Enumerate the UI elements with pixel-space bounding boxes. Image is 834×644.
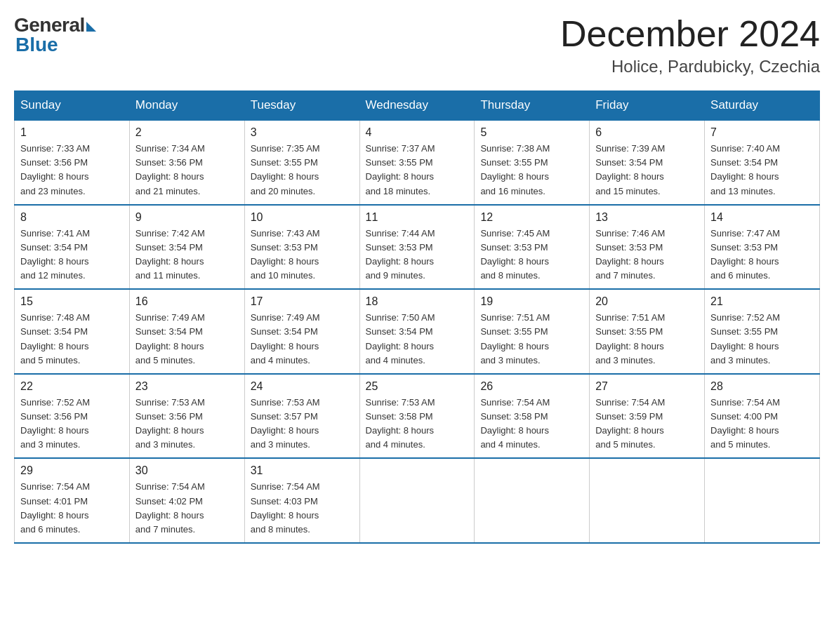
col-sunday: Sunday [15,91,130,121]
day-number: 4 [366,126,469,139]
day-info: Sunrise: 7:42 AM Sunset: 3:54 PM Dayligh… [135,227,239,283]
table-row: 23 Sunrise: 7:53 AM Sunset: 3:56 PM Dayl… [129,374,244,459]
day-info: Sunrise: 7:33 AM Sunset: 3:56 PM Dayligh… [20,142,124,199]
day-number: 9 [135,211,239,224]
table-row: 4 Sunrise: 7:37 AM Sunset: 3:55 PM Dayli… [359,120,475,205]
day-info: Sunrise: 7:54 AM Sunset: 3:58 PM Dayligh… [480,396,583,452]
day-info: Sunrise: 7:44 AM Sunset: 3:53 PM Dayligh… [366,227,469,283]
day-info: Sunrise: 7:53 AM Sunset: 3:58 PM Dayligh… [366,396,469,452]
day-number: 2 [135,126,239,139]
day-number: 15 [20,295,124,308]
month-title: December 2024 [560,14,820,54]
col-friday: Friday [590,91,705,121]
day-info: Sunrise: 7:43 AM Sunset: 3:53 PM Dayligh… [251,227,354,283]
col-wednesday: Wednesday [359,91,475,121]
day-info: Sunrise: 7:37 AM Sunset: 3:55 PM Dayligh… [366,142,469,199]
table-row: 7 Sunrise: 7:40 AM Sunset: 3:54 PM Dayli… [705,120,820,205]
table-row: 20 Sunrise: 7:51 AM Sunset: 3:55 PM Dayl… [590,289,705,374]
day-info: Sunrise: 7:52 AM Sunset: 3:55 PM Dayligh… [710,311,814,368]
table-row: 25 Sunrise: 7:53 AM Sunset: 3:58 PM Dayl… [359,374,475,459]
day-number: 29 [20,464,124,477]
table-row: 28 Sunrise: 7:54 AM Sunset: 4:00 PM Dayl… [705,374,820,459]
day-number: 5 [480,126,583,139]
col-thursday: Thursday [475,91,590,121]
day-number: 23 [135,380,239,393]
day-info: Sunrise: 7:39 AM Sunset: 3:54 PM Dayligh… [595,142,699,199]
table-row: 24 Sunrise: 7:53 AM Sunset: 3:57 PM Dayl… [244,374,359,459]
table-row [705,458,820,543]
table-row: 1 Sunrise: 7:33 AM Sunset: 3:56 PM Dayli… [15,120,130,205]
day-number: 31 [251,464,354,477]
table-row: 18 Sunrise: 7:50 AM Sunset: 3:54 PM Dayl… [359,289,475,374]
col-tuesday: Tuesday [244,91,359,121]
day-number: 17 [251,295,354,308]
calendar-week-3: 15 Sunrise: 7:48 AM Sunset: 3:54 PM Dayl… [15,289,820,374]
day-number: 21 [710,295,814,308]
day-info: Sunrise: 7:53 AM Sunset: 3:56 PM Dayligh… [135,396,239,452]
logo: General Blue [14,14,96,56]
day-number: 25 [366,380,469,393]
table-row: 6 Sunrise: 7:39 AM Sunset: 3:54 PM Dayli… [590,120,705,205]
logo-arrow-icon [86,22,96,32]
table-row [475,458,590,543]
day-number: 13 [595,211,699,224]
day-info: Sunrise: 7:54 AM Sunset: 3:59 PM Dayligh… [595,396,699,452]
day-info: Sunrise: 7:48 AM Sunset: 3:54 PM Dayligh… [20,311,124,368]
day-info: Sunrise: 7:54 AM Sunset: 4:00 PM Dayligh… [710,396,814,452]
day-number: 22 [20,380,124,393]
calendar-week-1: 1 Sunrise: 7:33 AM Sunset: 3:56 PM Dayli… [15,120,820,205]
day-number: 6 [595,126,699,139]
col-saturday: Saturday [705,91,820,121]
day-number: 18 [366,295,469,308]
day-number: 8 [20,211,124,224]
col-monday: Monday [129,91,244,121]
day-info: Sunrise: 7:34 AM Sunset: 3:56 PM Dayligh… [135,142,239,199]
table-row: 2 Sunrise: 7:34 AM Sunset: 3:56 PM Dayli… [129,120,244,205]
day-info: Sunrise: 7:50 AM Sunset: 3:54 PM Dayligh… [366,311,469,368]
page-header: General Blue December 2024 Holice, Pardu… [14,14,820,76]
day-number: 1 [20,126,124,139]
day-number: 12 [480,211,583,224]
day-info: Sunrise: 7:41 AM Sunset: 3:54 PM Dayligh… [20,227,124,283]
day-info: Sunrise: 7:54 AM Sunset: 4:02 PM Dayligh… [135,480,239,537]
table-row: 5 Sunrise: 7:38 AM Sunset: 3:55 PM Dayli… [475,120,590,205]
day-info: Sunrise: 7:40 AM Sunset: 3:54 PM Dayligh… [710,142,814,199]
day-number: 30 [135,464,239,477]
day-info: Sunrise: 7:53 AM Sunset: 3:57 PM Dayligh… [251,396,354,452]
table-row: 3 Sunrise: 7:35 AM Sunset: 3:55 PM Dayli… [244,120,359,205]
day-number: 11 [366,211,469,224]
table-row: 22 Sunrise: 7:52 AM Sunset: 3:56 PM Dayl… [15,374,130,459]
table-row: 15 Sunrise: 7:48 AM Sunset: 3:54 PM Dayl… [15,289,130,374]
logo-blue-text: Blue [14,34,58,56]
day-number: 16 [135,295,239,308]
table-row: 9 Sunrise: 7:42 AM Sunset: 3:54 PM Dayli… [129,205,244,290]
day-info: Sunrise: 7:49 AM Sunset: 3:54 PM Dayligh… [251,311,354,368]
table-row: 17 Sunrise: 7:49 AM Sunset: 3:54 PM Dayl… [244,289,359,374]
day-info: Sunrise: 7:51 AM Sunset: 3:55 PM Dayligh… [595,311,699,368]
table-row: 13 Sunrise: 7:46 AM Sunset: 3:53 PM Dayl… [590,205,705,290]
location-subtitle: Holice, Pardubicky, Czechia [560,57,820,76]
day-info: Sunrise: 7:51 AM Sunset: 3:55 PM Dayligh… [480,311,583,368]
table-row: 10 Sunrise: 7:43 AM Sunset: 3:53 PM Dayl… [244,205,359,290]
day-number: 10 [251,211,354,224]
table-row: 21 Sunrise: 7:52 AM Sunset: 3:55 PM Dayl… [705,289,820,374]
day-info: Sunrise: 7:47 AM Sunset: 3:53 PM Dayligh… [710,227,814,283]
day-info: Sunrise: 7:54 AM Sunset: 4:03 PM Dayligh… [251,480,354,537]
table-row: 26 Sunrise: 7:54 AM Sunset: 3:58 PM Dayl… [475,374,590,459]
calendar-header-row: Sunday Monday Tuesday Wednesday Thursday… [15,91,820,121]
table-row: 14 Sunrise: 7:47 AM Sunset: 3:53 PM Dayl… [705,205,820,290]
day-info: Sunrise: 7:46 AM Sunset: 3:53 PM Dayligh… [595,227,699,283]
day-number: 24 [251,380,354,393]
day-number: 27 [595,380,699,393]
day-number: 20 [595,295,699,308]
table-row: 30 Sunrise: 7:54 AM Sunset: 4:02 PM Dayl… [129,458,244,543]
day-number: 28 [710,380,814,393]
table-row [590,458,705,543]
table-row: 27 Sunrise: 7:54 AM Sunset: 3:59 PM Dayl… [590,374,705,459]
day-info: Sunrise: 7:52 AM Sunset: 3:56 PM Dayligh… [20,396,124,452]
table-row: 8 Sunrise: 7:41 AM Sunset: 3:54 PM Dayli… [15,205,130,290]
calendar-table: Sunday Monday Tuesday Wednesday Thursday… [14,90,820,544]
table-row [359,458,475,543]
calendar-week-4: 22 Sunrise: 7:52 AM Sunset: 3:56 PM Dayl… [15,374,820,459]
calendar-week-2: 8 Sunrise: 7:41 AM Sunset: 3:54 PM Dayli… [15,205,820,290]
